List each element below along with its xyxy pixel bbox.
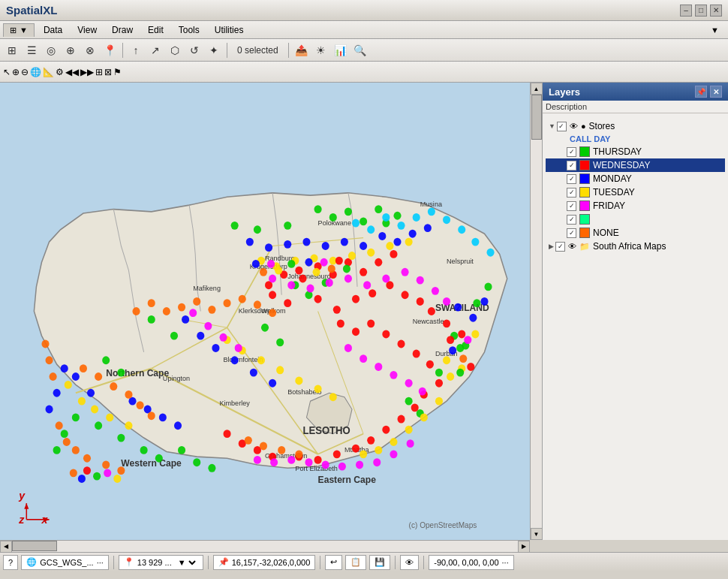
layers-pin-btn[interactable]: 📌 — [695, 86, 707, 98]
tb-table-btn[interactable]: ⊞ — [3, 41, 21, 59]
menu-data[interactable]: Data — [36, 22, 70, 38]
toolbar-1: ⊞ ☰ ◎ ⊕ ⊗ 📍 ↑ ↗ ⬡ ↺ ✦ 0 selected 📤 ☀ 📊 🔍 — [0, 39, 728, 62]
tb-layers-btn[interactable]: ☰ — [23, 41, 41, 59]
status-sep-2 — [208, 556, 209, 569]
menu-draw[interactable]: Draw — [104, 22, 140, 38]
nav-status[interactable]: ↩ — [325, 555, 342, 570]
svg-point-56 — [72, 413, 80, 421]
tb-chart-btn[interactable]: ☀ — [312, 41, 330, 59]
svg-point-167 — [375, 446, 382, 454]
tb-star-btn[interactable]: ✦ — [205, 41, 223, 59]
tb-poly-btn[interactable]: ⬡ — [166, 41, 184, 59]
tb2-zoom-in-btn[interactable]: ⊕ — [12, 67, 20, 77]
layer-label-wednesday: WEDNESDAY — [593, 160, 650, 170]
maximize-button[interactable]: □ — [695, 5, 707, 17]
layers-close-btn[interactable]: ✕ — [710, 86, 722, 98]
checkbox-blank[interactable] — [567, 215, 576, 225]
layer-item-thursday[interactable]: THURSDAY — [546, 145, 725, 158]
menu-expand-button[interactable]: ▼ — [705, 24, 725, 36]
svg-point-178 — [432, 287, 439, 295]
tb2-settings-btn[interactable]: ⚙ — [56, 67, 64, 77]
tb-pin-btn[interactable]: 📍 — [101, 41, 119, 59]
layer-item-tuesday[interactable]: TUESDAY — [546, 185, 725, 199]
tb-zoom-select-btn[interactable]: ⊗ — [81, 41, 99, 59]
count-status[interactable]: 📍 13 929 ... ▼ — [119, 555, 203, 570]
layer-item-callday[interactable]: CALL DAY — [546, 133, 725, 145]
checkbox-friday[interactable] — [567, 201, 576, 211]
tb-select-btn[interactable]: ↗ — [146, 41, 164, 59]
vscroll-up-btn[interactable]: ▲ — [531, 83, 543, 95]
checkbox-tuesday[interactable] — [567, 188, 576, 198]
tb-excel-btn[interactable]: 📊 — [332, 41, 350, 59]
map-vscrollbar[interactable]: ▲ ▼ — [530, 83, 542, 540]
svg-point-77 — [269, 291, 276, 299]
vscroll-down-btn[interactable]: ▼ — [531, 528, 543, 540]
view-status[interactable]: 👁 — [400, 555, 419, 570]
crs-more[interactable]: ··· — [97, 558, 104, 567]
checkbox-wednesday[interactable] — [567, 161, 576, 170]
layer-item-monday[interactable]: MONDAY — [546, 172, 725, 185]
main-area: Northern Cape Western Cape LESOTHO SWAZI… — [0, 83, 728, 540]
layer-item-none[interactable]: NONE — [546, 226, 725, 240]
tb2-zoom-out-btn[interactable]: ⊖ — [21, 67, 29, 77]
svg-point-121 — [182, 315, 189, 324]
save-status[interactable]: 💾 — [369, 555, 390, 570]
angles-status[interactable]: -90,00, 0,00, 0,00 ··· — [429, 555, 513, 570]
hscroll-track[interactable] — [12, 541, 518, 552]
map-container[interactable]: Northern Cape Western Cape LESOTHO SWAZI… — [0, 83, 530, 540]
tb2-back-btn[interactable]: ◀◀ — [65, 67, 79, 77]
tb2-flag-btn[interactable]: ⚑ — [113, 67, 122, 77]
checkbox-monday[interactable] — [567, 174, 576, 184]
tb-search-btn[interactable]: 🔍 — [351, 41, 369, 59]
nav-icon-1[interactable]: ↩ — [330, 557, 337, 567]
tb-globe-btn[interactable]: ◎ — [42, 41, 60, 59]
map-hscrollbar[interactable]: ◀ ▶ — [0, 540, 530, 552]
hscroll-left-btn[interactable]: ◀ — [0, 541, 12, 553]
layer-item-friday[interactable]: FRIDAY — [546, 199, 725, 213]
tb2-grid-btn[interactable]: ⊞ — [95, 67, 103, 77]
checkbox-none[interactable] — [567, 228, 576, 238]
expand-tri-stores[interactable]: ▼ — [549, 122, 555, 130]
svg-point-185 — [419, 388, 426, 396]
tb-export-btn[interactable]: 📤 — [293, 41, 311, 59]
tb2-pointer-btn[interactable]: ↖ — [3, 67, 11, 77]
hscroll-thumb[interactable] — [12, 541, 57, 551]
checkbox-thursday[interactable] — [567, 147, 576, 157]
angles-more[interactable]: ··· — [502, 558, 509, 567]
layer-item-blank[interactable] — [546, 213, 725, 226]
minimize-button[interactable]: – — [680, 5, 692, 17]
tb-arrow-btn[interactable]: ↑ — [127, 41, 145, 59]
tb-zoom-full-btn[interactable]: ⊕ — [62, 41, 80, 59]
count-dropdown[interactable]: ▼ — [175, 557, 198, 568]
layer-item-south-africa[interactable]: ▶ 👁 📁 South Africa Maps — [546, 240, 725, 253]
layer-item-stores[interactable]: ▼ 👁 ● Stores — [546, 119, 725, 133]
vscroll-thumb[interactable] — [531, 95, 542, 140]
menu-tab[interactable]: ⊞ ▼ — [3, 23, 35, 37]
tb2-world-btn[interactable]: 🌐 — [30, 67, 41, 77]
tb2-select-btn[interactable]: ⊠ — [104, 67, 112, 77]
svg-point-173 — [344, 275, 352, 283]
clipboard-status[interactable]: 📋 — [345, 555, 366, 570]
eye-icon-stores: 👁 — [570, 122, 578, 131]
svg-point-125 — [250, 369, 257, 377]
expand-tri-sa[interactable]: ▶ — [549, 243, 554, 250]
close-button[interactable]: ✕ — [710, 5, 722, 17]
tb-lasso-btn[interactable]: ↺ — [185, 41, 203, 59]
tb2-fwd-btn[interactable]: ▶▶ — [80, 67, 94, 77]
crs-status[interactable]: 🌐 GCS_WGS_... ··· — [21, 555, 109, 570]
checkbox-south-africa[interactable] — [555, 242, 565, 252]
svg-point-135 — [46, 406, 53, 414]
menu-view[interactable]: View — [70, 22, 104, 38]
checkbox-stores[interactable] — [557, 122, 567, 131]
menu-edit[interactable]: Edit — [140, 22, 171, 38]
svg-point-257 — [467, 363, 474, 371]
hscroll-right-btn[interactable]: ▶ — [518, 541, 530, 553]
tb2-measure-btn[interactable]: 📐 — [43, 67, 54, 77]
help-button[interactable]: ? — [3, 555, 18, 570]
svg-point-250 — [252, 260, 260, 268]
menu-tools[interactable]: Tools — [171, 22, 207, 38]
layer-item-wednesday[interactable]: WEDNESDAY — [546, 158, 725, 172]
menu-utilities[interactable]: Utilities — [207, 22, 251, 38]
coords-status[interactable]: 📌 16,157,-32,026,0,000 — [213, 555, 316, 570]
vscroll-track[interactable] — [531, 95, 542, 528]
